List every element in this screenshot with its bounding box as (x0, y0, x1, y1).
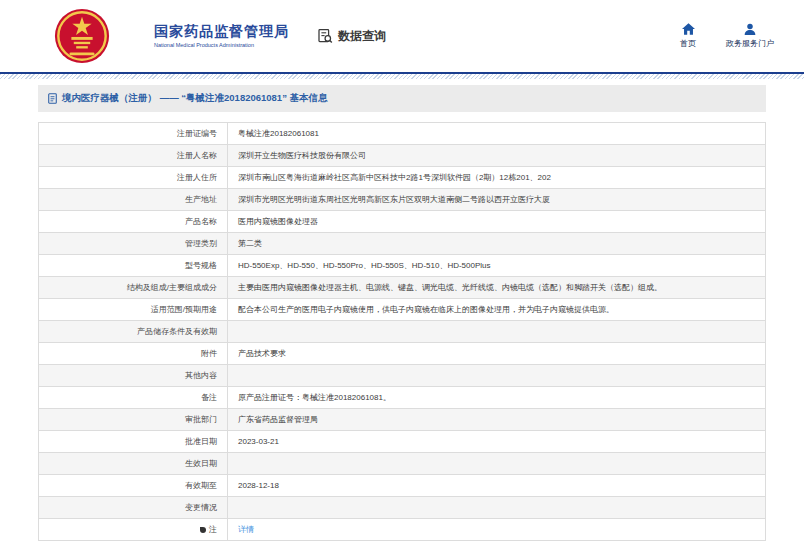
breadcrumb: 境内医疗器械（注册） —— “粤械注准20182061081” 基本信息 (38, 85, 766, 112)
table-row: 注册人名称深圳开立生物医疗科技股份有限公司 (39, 145, 766, 167)
table-row: 注册人住所深圳市南山区粤海街道麻岭社区高新中区科技中2路1号深圳软件园（2期）1… (39, 167, 766, 189)
agency-name-en: National Medical Products Administration (154, 42, 289, 48)
note-icon (200, 527, 206, 533)
row-value (228, 365, 766, 387)
registration-table-body: 注册证编号粤械注准20182061081注册人名称深圳开立生物医疗科技股份有限公… (39, 123, 766, 541)
table-row: 变更情况 (39, 497, 766, 519)
data-query-link[interactable]: 数据查询 (317, 28, 386, 45)
agency-title-block: 国家药品监督管理局 National Medical Products Admi… (154, 23, 289, 48)
row-label: 注册人住所 (39, 167, 228, 189)
row-label: 注册证编号 (39, 123, 228, 145)
row-label: 注册人名称 (39, 145, 228, 167)
row-label: 结构及组成/主要组成成分 (39, 277, 228, 299)
table-row: 生效日期 (39, 453, 766, 475)
national-emblem-logo (46, 7, 118, 65)
table-row: 产品名称医用内窥镜图像处理器 (39, 211, 766, 233)
row-value (228, 453, 766, 475)
row-value: 产品技术要求 (228, 343, 766, 365)
nav-home[interactable]: 首页 (680, 23, 696, 49)
breadcrumb-text: 境内医疗器械（注册） —— “粤械注准20182061081” 基本信息 (62, 92, 328, 105)
row-label: 其他内容 (39, 365, 228, 387)
header-hatch-stripe (0, 74, 804, 79)
table-row: 附件产品技术要求 (39, 343, 766, 365)
table-row: 注册证编号粤械注准20182061081 (39, 123, 766, 145)
table-row: 其他内容 (39, 365, 766, 387)
row-value: 广东省药品监督管理局 (228, 409, 766, 431)
row-label: 生产地址 (39, 189, 228, 211)
table-row: 注详情 (39, 519, 766, 541)
details-link[interactable]: 详情 (238, 525, 254, 534)
row-value: 2023-03-21 (228, 431, 766, 453)
row-value: 2028-12-18 (228, 475, 766, 497)
table-row: 备注原产品注册证号：粤械注准20182061081。 (39, 387, 766, 409)
row-label: 产品储存条件及有效期 (39, 321, 228, 343)
table-row: 结构及组成/主要组成成分主要由医用内窥镜图像处理器主机、电源线、键盘、调光电缆、… (39, 277, 766, 299)
row-label: 管理类别 (39, 233, 228, 255)
row-label: 产品名称 (39, 211, 228, 233)
row-label: 有效期至 (39, 475, 228, 497)
row-label: 审批部门 (39, 409, 228, 431)
row-value: 医用内窥镜图像处理器 (228, 211, 766, 233)
table-row: 批准日期2023-03-21 (39, 431, 766, 453)
row-label: 生效日期 (39, 453, 228, 475)
user-icon (744, 23, 756, 35)
document-search-icon (317, 28, 333, 44)
row-value: 深圳市光明区光明街道东周社区光明高新区东片区双明大道南侧二号路以西开立医疗大厦 (228, 189, 766, 211)
data-query-label: 数据查询 (338, 28, 386, 45)
nav-portal-label: 政务服务门户 (726, 38, 774, 49)
nav-portal[interactable]: 政务服务门户 (726, 23, 774, 49)
agency-name-zh: 国家药品监督管理局 (154, 23, 289, 39)
main-content: 境内医疗器械（注册） —— “粤械注准20182061081” 基本信息 注册证… (38, 85, 766, 541)
row-label: 备注 (39, 387, 228, 409)
row-value: 主要由医用内窥镜图像处理器主机、电源线、键盘、调光电缆、光纤线缆、内镜电缆（选配… (228, 277, 766, 299)
home-icon (682, 23, 695, 35)
table-row: 管理类别第二类 (39, 233, 766, 255)
row-value (228, 321, 766, 343)
row-label: 适用范围/预期用途 (39, 299, 228, 321)
row-value: 配合本公司生产的医用电子内窥镜使用，供电子内窥镜在临床上的图像处理用，并为电子内… (228, 299, 766, 321)
row-value: HD-550Exp、HD-550、HD-550Pro、HD-550S、HD-51… (228, 255, 766, 277)
row-label: 批准日期 (39, 431, 228, 453)
row-value: 深圳市南山区粤海街道麻岭社区高新中区科技中2路1号深圳软件园（2期）12栋201… (228, 167, 766, 189)
row-value (228, 497, 766, 519)
table-row: 审批部门广东省药品监督管理局 (39, 409, 766, 431)
row-label: 注 (39, 519, 228, 541)
row-value: 第二类 (228, 233, 766, 255)
document-icon (48, 93, 57, 104)
row-value: 粤械注准20182061081 (228, 123, 766, 145)
table-row: 有效期至2028-12-18 (39, 475, 766, 497)
row-label: 型号规格 (39, 255, 228, 277)
table-row: 产品储存条件及有效期 (39, 321, 766, 343)
site-header: 国家药品监督管理局 National Medical Products Admi… (0, 0, 804, 72)
nav-home-label: 首页 (680, 38, 696, 49)
row-value: 原产品注册证号：粤械注准20182061081。 (228, 387, 766, 409)
table-row: 型号规格HD-550Exp、HD-550、HD-550Pro、HD-550S、H… (39, 255, 766, 277)
registration-info-table: 注册证编号粤械注准20182061081注册人名称深圳开立生物医疗科技股份有限公… (38, 122, 766, 541)
row-label: 附件 (39, 343, 228, 365)
row-label: 变更情况 (39, 497, 228, 519)
national-emblem-icon (53, 7, 111, 65)
table-row: 适用范围/预期用途配合本公司生产的医用电子内窥镜使用，供电子内窥镜在临床上的图像… (39, 299, 766, 321)
row-value: 深圳开立生物医疗科技股份有限公司 (228, 145, 766, 167)
table-row: 生产地址深圳市光明区光明街道东周社区光明高新区东片区双明大道南侧二号路以西开立医… (39, 189, 766, 211)
row-value: 详情 (228, 519, 766, 541)
